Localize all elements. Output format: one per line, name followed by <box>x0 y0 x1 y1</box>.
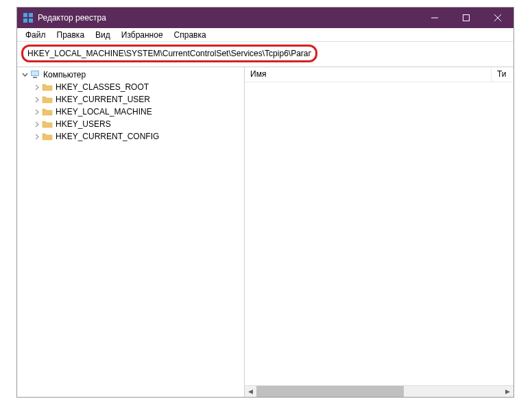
tree-hive[interactable]: HKEY_USERS <box>29 118 244 130</box>
folder-icon <box>42 95 53 104</box>
folder-icon <box>42 132 53 141</box>
addressbar-input[interactable] <box>27 49 311 58</box>
window-title: Редактор реестра <box>38 13 419 23</box>
tree-panel[interactable]: Компьютер HKEY_CLASSES_ROOT HKEY_CURRENT… <box>17 67 245 397</box>
tree-hive[interactable]: HKEY_CLASSES_ROOT <box>29 81 244 93</box>
svg-rect-2 <box>23 19 27 23</box>
tree-hive-label: HKEY_CLASSES_ROOT <box>56 82 149 92</box>
tree-hive[interactable]: HKEY_CURRENT_USER <box>29 93 244 106</box>
svg-rect-0 <box>23 13 27 17</box>
scrollbar-thumb[interactable] <box>256 386 404 398</box>
addressbar-container <box>17 42 513 66</box>
list-header: Имя Ти <box>245 67 513 82</box>
scrollbar-track[interactable] <box>256 386 502 398</box>
svg-rect-3 <box>29 19 33 23</box>
menu-file[interactable]: Файл <box>20 29 51 41</box>
chevron-right-icon[interactable] <box>32 121 42 127</box>
chevron-right-icon[interactable] <box>32 84 42 90</box>
folder-icon <box>42 107 53 117</box>
menubar: Файл Правка Вид Избранное Справка <box>17 28 513 42</box>
tree-hive-label: HKEY_CURRENT_CONFIG <box>56 132 159 141</box>
addressbar-highlight <box>21 45 317 62</box>
svg-rect-5 <box>463 15 470 21</box>
tree-root[interactable]: Компьютер <box>17 69 244 81</box>
minimize-button[interactable] <box>419 8 450 28</box>
tree-hive-label: HKEY_CURRENT_USER <box>56 95 150 104</box>
menu-favorites[interactable]: Избранное <box>116 29 169 41</box>
regedit-icon <box>23 12 34 23</box>
maximize-button[interactable] <box>450 8 482 28</box>
folder-icon <box>42 119 53 129</box>
chevron-right-icon[interactable] <box>32 97 42 103</box>
svg-rect-10 <box>33 77 37 78</box>
tree-hive-label: HKEY_USERS <box>56 119 111 129</box>
chevron-right-icon[interactable] <box>32 134 42 140</box>
tree-hive[interactable]: HKEY_LOCAL_MACHINE <box>29 106 244 118</box>
folder-icon <box>42 82 53 92</box>
tree-hive[interactable]: HKEY_CURRENT_CONFIG <box>29 130 244 143</box>
scroll-right-icon[interactable]: ▶ <box>502 386 513 398</box>
column-name[interactable]: Имя <box>245 67 492 82</box>
window-controls <box>419 8 513 28</box>
chevron-right-icon[interactable] <box>32 109 42 115</box>
computer-icon <box>29 70 40 80</box>
window-frame: Редактор реестра Файл Правка Вид Избранн… <box>16 7 514 398</box>
list-body[interactable] <box>245 82 513 385</box>
menu-edit[interactable]: Правка <box>51 29 90 41</box>
tree-hive-label: HKEY_LOCAL_MACHINE <box>56 107 152 117</box>
tree-root-label: Компьютер <box>43 70 86 80</box>
menu-view[interactable]: Вид <box>90 29 116 41</box>
tree-children: HKEY_CLASSES_ROOT HKEY_CURRENT_USER HKEY… <box>17 81 244 143</box>
svg-rect-1 <box>29 13 33 17</box>
svg-rect-9 <box>32 71 38 75</box>
list-panel: Имя Ти ◀ ▶ <box>245 67 513 397</box>
close-button[interactable] <box>482 8 513 28</box>
menu-help[interactable]: Справка <box>169 29 212 41</box>
scroll-left-icon[interactable]: ◀ <box>245 386 256 398</box>
content-area: Компьютер HKEY_CLASSES_ROOT HKEY_CURRENT… <box>17 66 513 397</box>
chevron-down-icon[interactable] <box>20 72 29 78</box>
horizontal-scrollbar[interactable]: ◀ ▶ <box>245 385 513 397</box>
column-type[interactable]: Ти <box>492 67 513 82</box>
titlebar[interactable]: Редактор реестра <box>17 8 513 28</box>
